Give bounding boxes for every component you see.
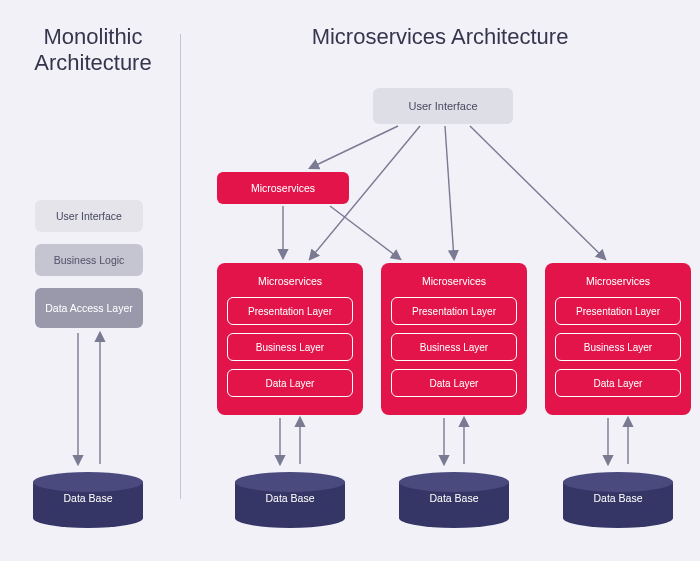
- microservice-card-1: Microservices Presentation Layer Busines…: [217, 263, 363, 415]
- microservice-database-1-label: Data Base: [235, 492, 345, 504]
- microservice-card-1-presentation: Presentation Layer: [227, 297, 353, 325]
- microservice-card-2: Microservices Presentation Layer Busines…: [381, 263, 527, 415]
- microservice-card-2-data: Data Layer: [391, 369, 517, 397]
- microservice-card-3-business: Business Layer: [555, 333, 681, 361]
- microservice-card-1-title: Microservices: [227, 275, 353, 287]
- microservice-card-3-data: Data Layer: [555, 369, 681, 397]
- microservice-card-2-presentation: Presentation Layer: [391, 297, 517, 325]
- monolithic-data-access-layer: Data Access Layer: [35, 288, 143, 328]
- microservice-card-3-title: Microservices: [555, 275, 681, 287]
- svg-line-4: [445, 126, 454, 259]
- microservice-database-2-label: Data Base: [399, 492, 509, 504]
- svg-line-7: [330, 206, 400, 259]
- microservice-card-2-title: Microservices: [391, 275, 517, 287]
- microservice-database-3: Data Base: [563, 482, 673, 518]
- monolithic-business-layer: Business Logic: [35, 244, 143, 276]
- microservice-database-3-label: Data Base: [563, 492, 673, 504]
- microservices-router: Microservices: [217, 172, 349, 204]
- microservice-card-3-presentation: Presentation Layer: [555, 297, 681, 325]
- microservice-card-3: Microservices Presentation Layer Busines…: [545, 263, 691, 415]
- microservice-card-2-business: Business Layer: [391, 333, 517, 361]
- microservices-ui-box: User Interface: [373, 88, 513, 124]
- monolithic-title: Monolithic Architecture: [18, 24, 168, 77]
- microservices-title: Microservices Architecture: [190, 24, 690, 50]
- monolithic-ui-layer: User Interface: [35, 200, 143, 232]
- svg-line-2: [310, 126, 398, 168]
- monolithic-database-label: Data Base: [33, 492, 143, 504]
- svg-line-5: [470, 126, 605, 259]
- microservice-card-1-data: Data Layer: [227, 369, 353, 397]
- microservice-card-1-business: Business Layer: [227, 333, 353, 361]
- microservice-database-2: Data Base: [399, 482, 509, 518]
- microservice-database-1: Data Base: [235, 482, 345, 518]
- monolithic-database: Data Base: [33, 482, 143, 518]
- section-divider: [180, 34, 181, 499]
